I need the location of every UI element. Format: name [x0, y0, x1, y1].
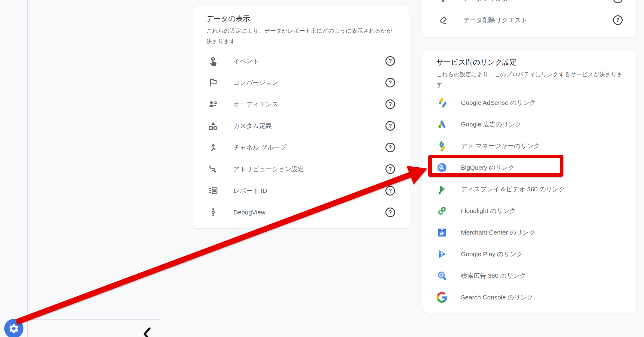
audience-icon — [208, 99, 219, 110]
channel-group-icon — [208, 142, 219, 153]
menu-item-label: カスタム定義 — [233, 122, 272, 130]
menu-item-data-filters[interactable]: データフィルタ ? — [423, 0, 636, 9]
link-item-label: Google AdSense のリンク — [461, 99, 536, 107]
card-title: サービス間のリンク設定 — [436, 58, 624, 67]
data-display-card: データの表示 これらの設定により、データがレポート上にどのように表示されるかが決… — [193, 6, 409, 229]
help-icon[interactable]: ? — [613, 0, 623, 3]
adsense-logo — [436, 97, 448, 108]
link-item-label: ディスプレイ＆ビデオ 360 のリンク — [461, 185, 565, 193]
link-item-google-play[interactable]: Google Play のリンク — [423, 243, 636, 265]
attribution-path-icon — [208, 164, 219, 175]
card-header: サービス間のリンク設定 これらの設定により、このプロパティにリンクするサービスが… — [423, 50, 636, 90]
link-item-ad-manager[interactable]: アド マネージャーのリンク — [423, 135, 636, 157]
menu-item-events[interactable]: イベント ? — [193, 50, 409, 72]
data-collection-card: データフィルタ ? データ削除リクエスト ? — [423, 0, 637, 38]
settings-gear-icon — [8, 323, 20, 334]
link-item-merchant-center[interactable]: Merchant Center のリンク — [423, 222, 636, 243]
link-item-label: Google Play のリンク — [461, 250, 523, 258]
product-links-card: サービス間のリンク設定 これらの設定により、このプロパティにリンクするサービスが… — [423, 50, 637, 313]
link-item-search-ads-360[interactable]: 検索広告 360 のリンク — [423, 265, 636, 287]
link-item-label: BigQuery のリンク — [461, 163, 515, 172]
touch-app-icon — [208, 56, 219, 66]
menu-item-channel-groups[interactable]: チャネル グループ ? — [193, 137, 409, 158]
display-video-360-logo — [436, 184, 448, 195]
link-item-label: Floodlight のリンク — [461, 207, 516, 215]
link-item-display-video-360[interactable]: ディスプレイ＆ビデオ 360 のリンク — [423, 178, 636, 200]
flag-icon — [208, 77, 219, 88]
footer-divider — [32, 319, 160, 320]
card-subtitle: これらの設定により、データがレポート上にどのように表示されるかが決まります — [206, 26, 396, 47]
link-item-label: Search Console のリンク — [461, 293, 533, 302]
help-icon[interactable]: ? — [385, 208, 395, 217]
bigquery-logo — [436, 162, 448, 173]
help-icon[interactable]: ? — [613, 15, 623, 25]
link-item-adsense[interactable]: Google AdSense のリンク — [423, 92, 636, 114]
menu-item-label: DebugView — [233, 209, 265, 216]
eraser-icon — [438, 15, 449, 26]
link-item-google-ads[interactable]: Google 広告のリンク — [423, 114, 636, 135]
sidebar-divider — [27, 0, 28, 337]
menu-item-label: データ削除リクエスト — [463, 16, 527, 24]
custom-definitions-icon — [208, 120, 219, 131]
link-item-bigquery[interactable]: BigQuery のリンク — [423, 157, 636, 178]
menu-item-attribution-settings[interactable]: アトリビューション設定 ? — [193, 158, 409, 180]
help-icon[interactable]: ? — [385, 56, 395, 66]
menu-item-label: コンバージョン — [233, 78, 278, 87]
menu-item-debugview[interactable]: DebugView ? — [193, 202, 409, 223]
link-item-label: 検索広告 360 のリンク — [461, 272, 526, 280]
help-icon[interactable]: ? — [385, 121, 395, 131]
menu-item-label: アトリビューション設定 — [233, 165, 304, 173]
floodlight-logo — [436, 205, 448, 217]
report-id-badge-icon — [208, 185, 219, 196]
link-item-label: Merchant Center のリンク — [461, 228, 535, 237]
google-ads-logo — [436, 119, 448, 130]
link-item-label: アド マネージャーのリンク — [461, 142, 540, 150]
card-header: データの表示 これらの設定により、データがレポート上にどのように表示されるかが決… — [193, 6, 409, 47]
card-title: データの表示 — [206, 14, 396, 23]
card-subtitle: これらの設定により、このプロパティにリンクするサービスが決まります — [436, 69, 624, 90]
ad-manager-logo — [436, 140, 448, 152]
google-play-logo — [436, 248, 448, 260]
help-icon[interactable]: ? — [385, 78, 395, 87]
settings-fab-button[interactable] — [4, 319, 23, 337]
collapse-panel-button[interactable] — [141, 326, 153, 337]
menu-item-reporting-identity[interactable]: レポート ID ? — [193, 180, 409, 202]
search-console-logo — [436, 292, 448, 303]
menu-item-data-deletion-requests[interactable]: データ削除リクエスト ? — [423, 9, 636, 31]
debug-timeline-icon — [208, 207, 219, 218]
link-item-search-console[interactable]: Search Console のリンク — [423, 287, 636, 308]
merchant-center-logo — [436, 227, 448, 238]
help-icon[interactable]: ? — [385, 143, 395, 152]
menu-item-label: データフィルタ — [463, 0, 508, 3]
menu-item-custom-definitions[interactable]: カスタム定義 ? — [193, 115, 409, 137]
menu-item-conversions[interactable]: コンバージョン ? — [193, 72, 409, 93]
chevron-left-icon — [141, 326, 153, 337]
menu-item-label: レポート ID — [233, 187, 267, 195]
help-icon[interactable]: ? — [385, 164, 395, 174]
link-item-floodlight[interactable]: Floodlight のリンク — [423, 200, 636, 222]
link-item-label: Google 広告のリンク — [461, 120, 522, 129]
menu-item-label: イベント — [233, 57, 259, 65]
menu-item-audiences[interactable]: オーディエンス ? — [193, 93, 409, 115]
menu-item-label: オーディエンス — [233, 100, 278, 108]
filter-icon — [438, 0, 449, 4]
help-icon[interactable]: ? — [385, 186, 395, 196]
menu-item-label: チャネル グループ — [233, 143, 287, 152]
search-ads-360-logo — [436, 270, 448, 281]
ga-admin-page: データの表示 これらの設定により、データがレポート上にどのように表示されるかが決… — [0, 0, 644, 337]
help-icon[interactable]: ? — [385, 99, 395, 109]
